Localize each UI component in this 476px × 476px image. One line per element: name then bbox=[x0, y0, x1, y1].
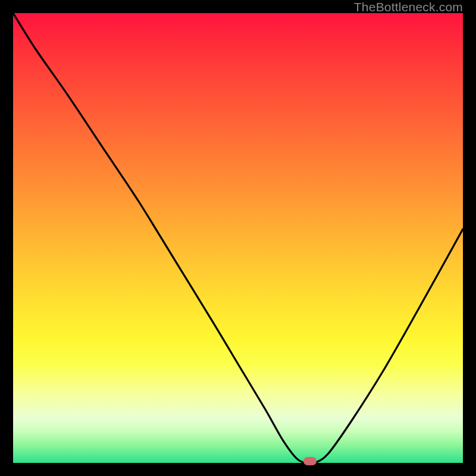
optimal-marker bbox=[303, 457, 317, 465]
bottleneck-curve bbox=[13, 13, 463, 463]
chart-frame: TheBottleneck.com bbox=[0, 0, 476, 476]
plot-area bbox=[13, 13, 463, 463]
watermark-text: TheBottleneck.com bbox=[354, 0, 463, 14]
